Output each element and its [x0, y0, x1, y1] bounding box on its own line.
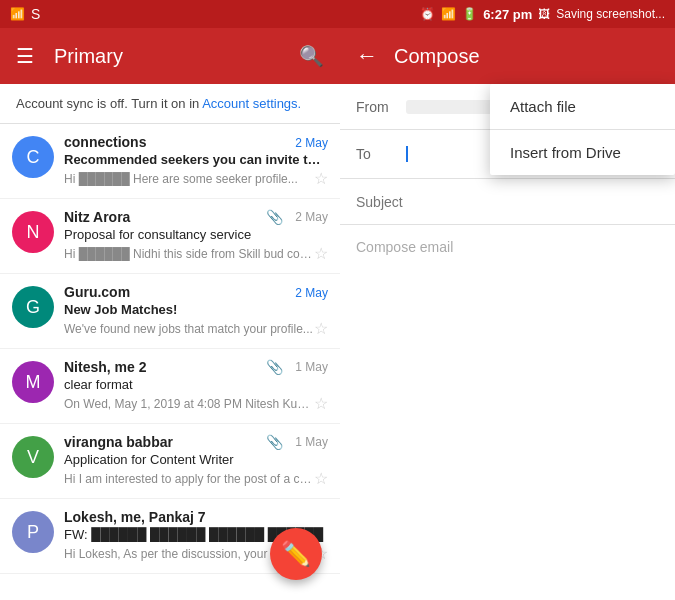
left-panel: ☰ Primary 🔍 Account sync is off. Turn it… — [0, 28, 340, 600]
inbox-title: Primary — [54, 45, 279, 68]
compose-fab[interactable]: ✏️ — [270, 528, 322, 580]
saving-notice: Saving screenshot... — [556, 7, 665, 21]
skype-icon: S — [31, 6, 40, 22]
email-subject: Application for Content Writer — [64, 452, 328, 467]
avatar: C — [12, 136, 54, 178]
status-right: ⏰ 📶 🔋 6:27 pm 🖼 Saving screenshot... — [420, 7, 665, 22]
battery-icon: 🔋 — [462, 7, 477, 21]
status-left: 📶 S — [10, 6, 40, 22]
avatar: G — [12, 286, 54, 328]
from-label: From — [356, 99, 406, 115]
attachment-icon: 📎 — [266, 359, 283, 375]
main-container: ☰ Primary 🔍 Account sync is off. Turn it… — [0, 28, 675, 600]
email-date: 2 May — [295, 136, 328, 150]
email-item[interactable]: G Guru.com 2 May New Job Matches! We've … — [0, 274, 340, 349]
avatar: P — [12, 511, 54, 553]
avatar: M — [12, 361, 54, 403]
attachment-dropdown: Attach file Insert from Drive — [490, 84, 675, 175]
to-label: To — [356, 146, 406, 162]
sender-name: Nitesh, me 2 — [64, 359, 146, 375]
star-icon[interactable]: ☆ — [314, 244, 328, 263]
sync-notice: Account sync is off. Turn it on in Accou… — [0, 84, 340, 124]
subject-input[interactable] — [356, 194, 659, 210]
star-icon[interactable]: ☆ — [314, 469, 328, 488]
left-toolbar: ☰ Primary 🔍 — [0, 28, 340, 84]
email-preview: Hi ██████ Nidhi this side from Skill bud… — [64, 247, 314, 261]
email-preview: Hi ██████ Here are some seeker profile..… — [64, 172, 298, 186]
sender-name: connections — [64, 134, 146, 150]
compose-icon: ✏️ — [281, 540, 311, 568]
compose-panel: ← Compose Attach file Insert from Drive … — [340, 28, 675, 600]
sender-name: Guru.com — [64, 284, 130, 300]
alarm-icon: ⏰ — [420, 7, 435, 21]
email-preview: On Wed, May 1, 2019 at 4:08 PM Nitesh Ku… — [64, 397, 314, 411]
signal-icon: 📶 — [10, 7, 25, 21]
email-subject: Recommended seekers you can invite to fo… — [64, 152, 328, 167]
email-preview: Hi I am interested to apply for the post… — [64, 472, 314, 486]
email-content: Guru.com 2 May New Job Matches! We've fo… — [64, 284, 328, 338]
email-content: Nitesh, me 2 📎 1 May clear format On Wed… — [64, 359, 328, 413]
avatar: N — [12, 211, 54, 253]
avatar: V — [12, 436, 54, 478]
email-preview: We've found new jobs that match your pro… — [64, 322, 313, 336]
star-icon[interactable]: ☆ — [314, 319, 328, 338]
status-bar: 📶 S ⏰ 📶 🔋 6:27 pm 🖼 Saving screenshot... — [0, 0, 675, 28]
email-content: connections 2 May Recommended seekers yo… — [64, 134, 328, 188]
back-button[interactable]: ← — [356, 43, 378, 69]
compose-body-placeholder: Compose email — [356, 239, 453, 255]
compose-title: Compose — [394, 45, 659, 68]
sender-name: Lokesh, me, Pankaj 7 — [64, 509, 206, 525]
account-settings-link[interactable]: Account settings. — [202, 96, 301, 111]
email-subject: New Job Matches! — [64, 302, 328, 317]
email-subject: Proposal for consultancy service — [64, 227, 328, 242]
email-subject: clear format — [64, 377, 328, 392]
email-item[interactable]: N Nitz Arora 📎 2 May Proposal for consul… — [0, 199, 340, 274]
email-content: Nitz Arora 📎 2 May Proposal for consulta… — [64, 209, 328, 263]
insert-from-drive-item[interactable]: Insert from Drive — [490, 130, 675, 175]
compose-body[interactable]: Compose email — [340, 225, 675, 600]
email-date: 2 May — [295, 210, 328, 224]
email-date: 2 May — [295, 286, 328, 300]
attachment-icon: 📎 — [266, 434, 283, 450]
status-time: 6:27 pm — [483, 7, 532, 22]
sender-name: Nitz Arora — [64, 209, 130, 225]
wifi-icon: 📶 — [441, 7, 456, 21]
email-date: 1 May — [295, 360, 328, 374]
email-item[interactable]: V virangna babbar 📎 1 May Application fo… — [0, 424, 340, 499]
email-item[interactable]: M Nitesh, me 2 📎 1 May clear format On W… — [0, 349, 340, 424]
hamburger-icon[interactable]: ☰ — [16, 44, 34, 68]
attach-file-item[interactable]: Attach file — [490, 84, 675, 129]
star-icon[interactable]: ☆ — [314, 169, 328, 188]
screenshot-icon: 🖼 — [538, 7, 550, 21]
subject-field — [340, 179, 675, 225]
search-icon[interactable]: 🔍 — [299, 44, 324, 68]
star-icon[interactable]: ☆ — [314, 394, 328, 413]
email-content: virangna babbar 📎 1 May Application for … — [64, 434, 328, 488]
attachment-icon: 📎 — [266, 209, 283, 225]
sender-name: virangna babbar — [64, 434, 173, 450]
email-date: 1 May — [295, 435, 328, 449]
compose-toolbar: ← Compose — [340, 28, 675, 84]
email-item[interactable]: C connections 2 May Recommended seekers … — [0, 124, 340, 199]
